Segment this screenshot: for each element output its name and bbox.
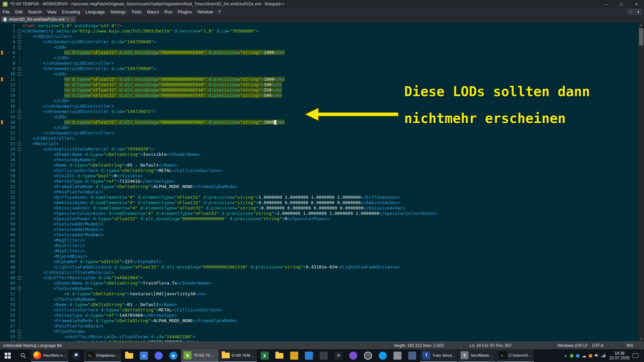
code-text[interactable]: <cHcEffectMaterialDx-cFloatParam d:id="1…	[22, 334, 638, 340]
fold-margin[interactable]	[17, 270, 22, 275]
status-encoding[interactable]: UTF-8	[588, 342, 623, 349]
code-line-38[interactable]: 38 <TextureAddrModeU/>	[0, 222, 638, 227]
bookmark-margin[interactable]	[0, 243, 5, 248]
code-line-42[interactable]: 42 <MinFilter/>	[0, 243, 638, 248]
bookmark-margin[interactable]	[0, 248, 5, 254]
fold-margin[interactable]	[17, 61, 22, 66]
line-number[interactable]: 26	[5, 157, 17, 163]
line-number[interactable]: 7	[5, 55, 17, 61]
bookmark-margin[interactable]	[0, 61, 5, 66]
bookmark-margin[interactable]	[0, 227, 5, 232]
code-text[interactable]: <TextureAddrModeW/>	[22, 232, 638, 238]
fold-collapse-icon[interactable]: -	[18, 142, 21, 145]
fold-margin[interactable]	[17, 222, 22, 227]
bookmark-margin[interactable]	[0, 313, 5, 318]
taskbar-app-discord[interactable]	[152, 349, 166, 362]
line-number[interactable]: 8	[5, 61, 17, 66]
fold-collapse-icon[interactable]: -	[18, 110, 21, 113]
line-number[interactable]: 12	[5, 82, 17, 87]
taskbar-app-excel[interactable]: X	[258, 349, 272, 362]
fold-margin[interactable]	[17, 323, 22, 329]
fold-margin[interactable]	[17, 55, 22, 61]
fold-margin[interactable]: -	[17, 34, 22, 39]
code-line-30[interactable]: 30 <VertexType d:type="ref">71324616</Ve…	[0, 179, 638, 184]
fold-margin[interactable]: -	[17, 329, 22, 334]
bookmark-margin[interactable]	[0, 152, 5, 157]
taskbar-app-app-steel[interactable]	[405, 349, 419, 362]
fold-collapse-icon[interactable]: -	[18, 335, 21, 339]
code-line-32[interactable]: 32 <PassPlatformData/>	[0, 189, 638, 195]
close-button[interactable]: ×	[629, 0, 644, 8]
bookmark-margin[interactable]	[0, 184, 5, 189]
bookmark-margin[interactable]	[0, 291, 5, 297]
line-number[interactable]: 10	[5, 71, 17, 77]
taskbar-app-app-purple[interactable]	[346, 349, 360, 362]
bookmark-margin[interactable]	[0, 307, 5, 313]
code-text[interactable]: <MipFilter/>	[22, 248, 638, 254]
code-text[interactable]: <Name d:type="cDeltaString">05 - Default…	[22, 163, 638, 168]
line-number[interactable]: 58	[5, 329, 17, 334]
code-text[interactable]: <FrameAlphaMode d:type="cDeltaString">AL…	[22, 184, 638, 189]
line-number[interactable]: 50	[5, 286, 17, 291]
taskbar-app-tsdls[interactable]: TS	[331, 349, 345, 362]
fold-margin[interactable]	[17, 259, 22, 264]
tray-network-icon[interactable]	[602, 353, 606, 358]
code-line-52[interactable]: 52 </TextureByName>	[0, 297, 638, 302]
code-line-8[interactable]: 8 </cHcGeometryLODController>	[0, 61, 638, 66]
taskbar-app-cmd[interactable]: >_Eingabeauff...	[84, 349, 121, 362]
bookmark-margin[interactable]	[0, 222, 5, 227]
line-number[interactable]: 11	[5, 77, 17, 82]
code-text[interactable]: <FloatParam>	[22, 329, 638, 334]
line-number[interactable]: 45	[5, 259, 17, 264]
taskbar-app-notepadpp[interactable]: N*D:\00 TEM...	[181, 349, 219, 362]
fold-margin[interactable]: -	[17, 146, 22, 152]
bookmark-margin[interactable]	[0, 238, 5, 243]
new-tab-button[interactable]: +	[628, 9, 634, 14]
menu-plugins[interactable]: Plugins	[175, 8, 195, 15]
code-line-25[interactable]: 25 <ShaderName d:type="cDeltaString">Inv…	[0, 152, 638, 157]
code-line-55[interactable]: 55 <VertexType d:type="ref">144705960</V…	[0, 313, 638, 318]
line-number[interactable]: 3	[5, 34, 17, 39]
code-text[interactable]: <cHcEffectMaterialDx d:id="144462984">	[22, 275, 638, 281]
menu-search[interactable]: Search	[25, 8, 44, 15]
line-number[interactable]: 52	[5, 297, 17, 302]
bookmark-margin[interactable]	[0, 189, 5, 195]
bookmark-margin[interactable]	[0, 329, 5, 334]
bookmark-margin[interactable]	[0, 77, 5, 82]
line-number[interactable]: 59	[5, 334, 17, 340]
fold-margin[interactable]: -	[17, 334, 22, 340]
status-eol-format[interactable]: Windows (CR LF)	[554, 342, 588, 349]
bookmark-margin[interactable]	[0, 157, 5, 163]
bookmark-margin[interactable]	[0, 66, 5, 71]
menu-tools[interactable]: Tools	[129, 8, 144, 15]
line-number[interactable]: 15	[5, 98, 17, 104]
fold-margin[interactable]	[17, 195, 22, 200]
bookmark-margin[interactable]	[0, 130, 5, 136]
fold-collapse-icon[interactable]: -	[18, 330, 21, 333]
line-number[interactable]: 56	[5, 318, 17, 323]
tray-cloud-icon[interactable]: ☁	[582, 353, 586, 358]
bookmark-margin[interactable]	[0, 23, 5, 28]
code-text[interactable]: </TextureByName>	[22, 297, 638, 302]
fold-margin[interactable]	[17, 184, 22, 189]
fold-margin[interactable]: -	[17, 141, 22, 146]
bookmark-margin[interactable]	[0, 179, 5, 184]
fold-margin[interactable]	[17, 291, 22, 297]
fold-margin[interactable]	[17, 163, 22, 168]
code-text[interactable]: <LOD>	[22, 71, 638, 77]
line-number[interactable]: 17	[5, 109, 17, 114]
code-text[interactable]: <LODController>	[22, 34, 638, 39]
fold-margin[interactable]: -	[17, 45, 22, 50]
fold-margin[interactable]	[17, 173, 22, 179]
code-line-37[interactable]: 37 <SpecularPower d:type="sFloat32" d:al…	[0, 216, 638, 222]
menu-edit[interactable]: Edit	[12, 8, 25, 15]
code-text[interactable]: <DiffuseAsVec d:numElements="4" d:elemen…	[22, 195, 638, 200]
bookmark-margin[interactable]	[0, 28, 5, 34]
line-number[interactable]: 13	[5, 87, 17, 93]
line-number[interactable]: 42	[5, 243, 17, 248]
fold-collapse-icon[interactable]: -	[18, 67, 21, 70]
bookmark-margin[interactable]	[0, 141, 5, 146]
bookmark-margin[interactable]	[0, 87, 5, 93]
code-line-23[interactable]: 23- <Material>	[0, 141, 638, 146]
bookmark-margin[interactable]	[0, 173, 5, 179]
